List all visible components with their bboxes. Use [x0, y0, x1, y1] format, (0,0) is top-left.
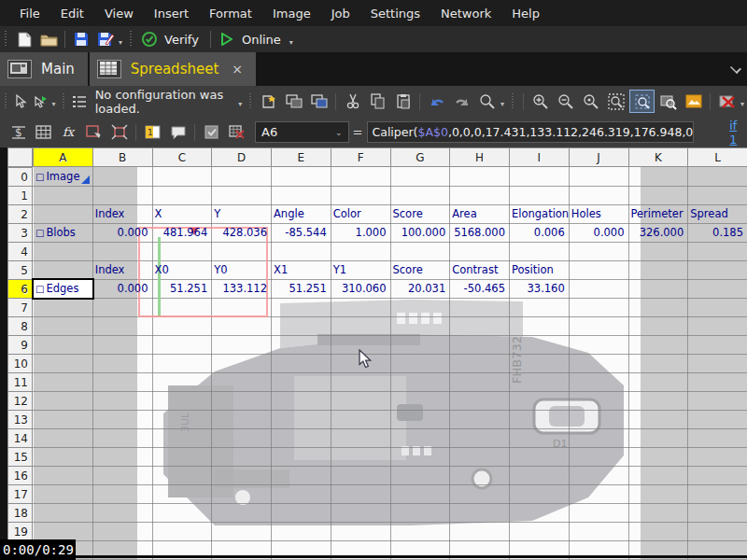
undo-icon[interactable] — [425, 91, 448, 112]
column-header-I[interactable]: I — [509, 147, 570, 167]
grid-cell[interactable] — [628, 484, 689, 504]
menu-item-insert[interactable]: Insert — [144, 3, 199, 24]
grid-cell[interactable] — [331, 186, 391, 205]
grid-cell[interactable] — [449, 298, 510, 317]
grid-cell[interactable] — [92, 335, 153, 355]
grid-cell[interactable] — [509, 242, 570, 261]
grid-cell[interactable] — [509, 503, 570, 523]
column-header-L[interactable]: L — [687, 147, 747, 167]
grid-cell[interactable] — [331, 503, 391, 523]
grid-cell[interactable] — [92, 391, 153, 411]
overflow-dropdown-arrow[interactable]: ▾ — [740, 100, 744, 108]
menu-item-format[interactable]: Format — [199, 3, 262, 24]
cell-J2[interactable]: Holes — [569, 204, 628, 223]
grid-cell[interactable] — [509, 167, 570, 187]
grid-cell[interactable] — [271, 354, 331, 373]
grid-cell[interactable] — [569, 335, 629, 355]
grid-cell[interactable] — [687, 447, 747, 467]
cell-L2[interactable]: Spread — [687, 204, 747, 223]
grid-cell[interactable] — [509, 372, 570, 392]
grid-cell[interactable] — [33, 372, 93, 392]
zoom-in-icon[interactable] — [529, 91, 552, 112]
toolbar-grip[interactable] — [4, 93, 7, 110]
online-dropdown-arrow[interactable]: ▾ — [289, 38, 293, 47]
zoom-image-icon[interactable] — [656, 91, 680, 112]
row-header-1[interactable]: 1 — [7, 186, 33, 205]
find-dropdown-arrow[interactable]: ▾ — [500, 100, 504, 108]
import-job-icon[interactable] — [282, 91, 305, 112]
grid-cell[interactable] — [33, 522, 93, 541]
grid-cell[interactable] — [33, 204, 93, 224]
grid-cell[interactable] — [569, 242, 629, 261]
row-header-17[interactable]: 17 — [7, 484, 33, 504]
grid-cell[interactable] — [687, 335, 747, 355]
cell-D6[interactable]: 133.112 — [211, 279, 271, 298]
grid-cell[interactable] — [628, 279, 689, 299]
save-dropdown-arrow[interactable]: ▾ — [119, 38, 122, 47]
grid-cell[interactable] — [152, 335, 213, 355]
grid-cell[interactable] — [509, 447, 570, 467]
copy-icon[interactable] — [366, 91, 389, 112]
grid-cell[interactable] — [509, 466, 570, 485]
cell-I6[interactable]: 33.160 — [509, 279, 569, 298]
row-header-7[interactable]: 7 — [7, 298, 33, 317]
cell-B3[interactable]: 0.000 — [92, 223, 152, 242]
grid-cell[interactable] — [687, 186, 747, 205]
grid-cell[interactable] — [92, 354, 153, 373]
cell-F5[interactable]: Y1 — [331, 260, 390, 279]
cell-F6[interactable]: 310.060 — [331, 279, 390, 298]
grid-cell[interactable] — [211, 503, 272, 523]
grid-cell[interactable] — [628, 242, 689, 261]
grid-cell[interactable] — [569, 372, 629, 392]
cell-reference-dropdown[interactable]: A6 ⌄ — [255, 121, 349, 143]
grid-cell[interactable] — [331, 316, 391, 336]
grid-cell[interactable] — [92, 372, 153, 392]
grid-cell[interactable] — [92, 186, 153, 205]
grid-cell[interactable] — [92, 167, 153, 187]
select-cursor-icon[interactable] — [12, 91, 30, 112]
row-header-14[interactable]: 14 — [7, 428, 33, 448]
row-header-4[interactable]: 4 — [7, 242, 33, 261]
grid-cell[interactable] — [390, 242, 451, 261]
grid-cell[interactable] — [509, 354, 570, 373]
row-header-8[interactable]: 8 — [7, 316, 33, 336]
grid-cell[interactable] — [33, 466, 93, 485]
grid-cell[interactable] — [92, 466, 153, 485]
row-header-11[interactable]: 11 — [7, 372, 33, 392]
grid-cell[interactable] — [390, 298, 451, 317]
paste-icon[interactable] — [391, 91, 415, 112]
grid-cell[interactable] — [92, 410, 153, 429]
redo-icon[interactable] — [450, 91, 473, 112]
grid-cell[interactable] — [628, 298, 689, 317]
cut-icon[interactable] — [341, 91, 364, 112]
find-icon[interactable] — [475, 91, 499, 112]
grid-cell[interactable] — [271, 316, 331, 336]
cell-D2[interactable]: Y — [211, 204, 271, 223]
column-header-K[interactable]: K — [628, 147, 689, 167]
grid-cell[interactable] — [331, 242, 391, 261]
grid-cell[interactable] — [390, 447, 451, 467]
grid-cell[interactable] — [390, 186, 451, 205]
select-region-icon[interactable] — [82, 121, 106, 143]
grid-cell[interactable] — [33, 186, 93, 205]
grid-cell[interactable] — [509, 335, 570, 355]
verify-check-icon[interactable] — [138, 29, 161, 49]
grid-cell[interactable] — [33, 428, 93, 448]
grid-corner-cell[interactable] — [7, 147, 33, 167]
cell-H5[interactable]: Contrast — [449, 260, 509, 279]
cell-B6[interactable]: 0.000 — [92, 279, 152, 298]
cell-G3[interactable]: 100.000 — [390, 223, 450, 242]
open-folder-icon[interactable] — [37, 29, 60, 49]
grid-cell[interactable] — [211, 354, 272, 373]
grid-cell[interactable] — [628, 391, 689, 411]
save-icon[interactable] — [70, 29, 92, 49]
grid-cell[interactable] — [687, 298, 747, 317]
grid-cell[interactable] — [152, 316, 213, 336]
grid-cell[interactable] — [271, 522, 331, 541]
grid-cell[interactable] — [449, 447, 510, 467]
grid-cell[interactable] — [687, 260, 747, 280]
maximize-region-icon[interactable] — [107, 121, 131, 143]
grid-cell[interactable] — [271, 391, 331, 411]
grid-cell[interactable] — [271, 167, 331, 187]
grid-cell[interactable] — [687, 522, 747, 541]
